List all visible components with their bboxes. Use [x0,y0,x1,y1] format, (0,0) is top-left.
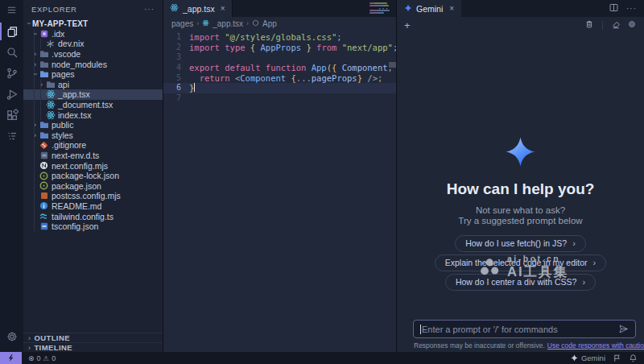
git-icon [39,140,49,150]
timeline-section[interactable]: › TIMELINE [23,342,163,352]
tree-item-label: pages [52,69,75,79]
close-icon[interactable]: × [221,4,225,13]
tree-item-label: MY-APP-TEXT [32,19,88,28]
suggested-prompt-chip[interactable]: How do I center a div with CSS?› [445,274,596,291]
gemini-heading: How can I help you? [397,180,644,198]
gear-icon[interactable] [0,326,23,347]
code-text: import "@/styles/globals.css"; [181,32,342,43]
disclaimer-text: Responses may be inaccurate or offensive… [414,341,545,350]
gemini-status[interactable]: Gemini [571,354,605,362]
tree-item-package-lock-json[interactable]: package-lock.json [23,171,163,181]
prompt-placeholder: Enter a prompt or '/' for commands [422,325,618,334]
code-line-6[interactable]: 6} [163,83,396,93]
gear-icon[interactable] [627,18,637,32]
code-text: return <Component {...pageProps} />; [181,73,382,84]
tree-item-postcss-config-mjs[interactable]: postcss.config.mjs [23,191,163,201]
explorer-icon[interactable] [0,21,23,42]
tree-item--document-tsx[interactable]: _document.tsx [23,100,163,110]
tab-gemini[interactable]: Gemini × [397,0,461,17]
explorer-more-icon[interactable]: ··· [144,5,155,14]
tree-item-package-json[interactable]: package.json [23,181,163,192]
more-icon[interactable]: ··· [626,4,637,13]
split-editor-icon[interactable] [609,2,619,16]
code-area[interactable]: 1import "@/styles/globals.css";2import t… [163,30,396,104]
code-text: import type { AppProps } from "next/app"… [181,43,396,53]
tree-item-public[interactable]: ›public [23,120,163,130]
tree-item-my-app-text[interactable]: ›MY-APP-TEXT [23,19,163,29]
code-line-2[interactable]: 2import type { AppProps } from "next/app… [163,43,396,53]
gemini-subtext-2: Try a suggested prompt below [397,216,644,226]
extensions-icon[interactable] [0,105,23,126]
tree-item-tsconfig-json[interactable]: tsconfig.json [23,221,163,232]
send-icon[interactable] [618,324,629,334]
layers-icon[interactable] [0,126,23,147]
search-icon[interactable] [0,42,23,63]
chevron-right-icon: › [593,258,597,267]
code-line-3[interactable]: 3 [163,52,396,63]
tree-item-label: next-env.d.ts [52,151,99,160]
tree-item-readme-md[interactable]: README.md [23,201,163,212]
close-icon[interactable]: × [449,4,454,13]
chevron-right-icon: › [28,334,31,342]
prompt-input[interactable]: Enter a prompt or '/' for commands [413,320,636,338]
code-line-4[interactable]: 4export default function App({ Component… [163,63,396,73]
new-chat-button[interactable]: + [404,20,411,31]
code-line-7[interactable]: 7 [163,93,396,104]
outline-section[interactable]: › OUTLINE [23,333,163,342]
source-control-icon[interactable] [0,63,23,84]
breadcrumb-symbol[interactable]: App [262,19,277,28]
gemini-subtext-1: Not sure what to ask? [397,205,644,216]
outline-label: OUTLINE [34,333,70,342]
scrollbar-slider[interactable] [389,62,396,68]
chevron-right-icon: › [38,81,45,89]
bell-icon[interactable] [629,354,638,362]
error-icon: ⊗ [28,354,35,362]
breadcrumb-pages[interactable]: pages [171,19,193,28]
tree-item-dev-nix[interactable]: dev.nix [23,39,163,49]
gemini-toolbar: + [397,17,644,33]
suggested-prompt-chip[interactable]: Explain the selected code in my editor› [435,254,607,271]
tree-item-tailwind-config-ts[interactable]: tailwind.config.ts [23,211,163,221]
tree-item--idx[interactable]: ›.idx [23,29,163,39]
feedback-flag-icon[interactable] [613,354,621,362]
tab-label: Gemini [416,4,443,14]
tree-item-api[interactable]: ›api [23,80,163,90]
suggested-prompt-chip[interactable]: How do I use fetch() in JS?› [455,235,586,252]
trash-icon[interactable] [584,18,594,32]
tree-item-next-config-mjs[interactable]: next.config.mjs [23,160,163,171]
tree-item-next-env-d-ts[interactable]: next-env.d.ts [23,151,163,161]
problems-status[interactable]: ⊗ 0 ⚠ 0 [28,354,56,362]
tree-item--vscode[interactable]: ›.vscode [23,49,163,60]
line-number: 3 [163,52,181,63]
tree-item--gitignore[interactable]: .gitignore [23,140,163,151]
code-line-1[interactable]: 1import "@/styles/globals.css"; [163,32,396,43]
chip-label: Explain the selected code in my editor [445,258,588,267]
tree-item-styles[interactable]: ›styles [23,130,163,141]
folder-dim-icon [39,60,49,69]
eraser-icon[interactable] [611,18,621,32]
tab-app-tsx[interactable]: _app.tsx × [163,0,233,17]
run-debug-icon[interactable] [0,84,23,105]
breadcrumb-file[interactable]: _app.tsx [213,19,243,28]
chevron-down-icon: › [31,30,39,37]
remote-indicator[interactable] [0,352,22,364]
nix-icon [45,39,56,48]
next-icon [39,161,49,171]
menu-icon[interactable] [0,2,23,18]
tree-item--app-tsx[interactable]: _app.tsx [23,89,163,100]
folder-open-icon [39,69,49,79]
code-line-5[interactable]: 5 return <Component {...pageProps} />; [163,73,396,84]
caution-link[interactable]: Use code responses with caution [547,341,644,350]
chevron-right-icon: › [31,131,39,139]
line-number: 6 [163,83,181,93]
tsconfig-icon [39,221,49,231]
line-number: 1 [163,32,181,43]
explorer-title: EXPLORER [31,5,77,14]
chevron-right-icon: › [582,277,585,287]
tree-item-pages[interactable]: ›pages [23,69,163,80]
gemini-star-icon [506,155,535,169]
tree-item-label: postcss.config.mjs [52,191,121,201]
tree-item-node-modules[interactable]: ›node_modules [23,59,163,69]
tree-item-index-tsx[interactable]: index.tsx [23,110,163,120]
minimap[interactable] [369,2,390,14]
